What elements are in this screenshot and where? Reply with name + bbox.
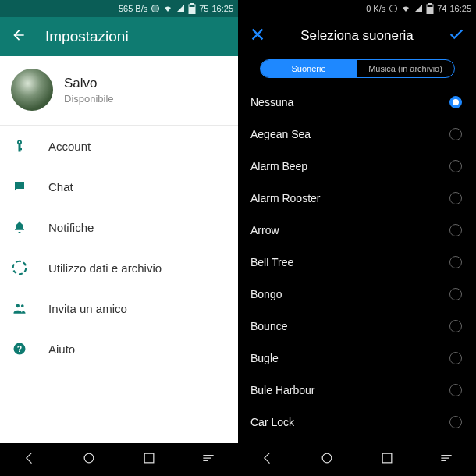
- nav-back-icon[interactable]: [22, 450, 37, 469]
- nav-menu-icon[interactable]: [201, 450, 216, 469]
- radio-button[interactable]: [449, 416, 462, 428]
- people-icon: [11, 300, 28, 317]
- ringtone-item[interactable]: Bongo: [238, 278, 476, 310]
- settings-item-help[interactable]: ? Aiuto: [0, 329, 238, 369]
- radio-button[interactable]: [449, 160, 462, 172]
- header-left: Impostazioni: [0, 17, 238, 56]
- radio-button[interactable]: [449, 320, 462, 332]
- ringtone-item[interactable]: Arrow: [238, 214, 476, 246]
- settings-item-chat[interactable]: Chat: [0, 166, 238, 207]
- battery-icon: [426, 3, 434, 14]
- settings-label: Invita un amico: [48, 302, 127, 315]
- help-icon: ?: [11, 340, 28, 357]
- key-icon: [11, 137, 28, 155]
- radio-button[interactable]: [449, 256, 462, 268]
- svg-rect-10: [427, 7, 433, 14]
- ringtone-label: Aegean Sea: [250, 128, 311, 140]
- data-icon: [11, 259, 28, 276]
- ringtone-item[interactable]: Car Lock: [238, 406, 476, 438]
- right-panel: 0 K/s 74 16:25 Seleziona suoneria Suoner…: [238, 0, 476, 476]
- svg-point-3: [16, 304, 20, 308]
- chat-icon: [11, 178, 28, 195]
- profile-row[interactable]: Salvo Disponibile: [0, 56, 238, 126]
- radio-button[interactable]: [449, 384, 462, 396]
- left-panel: 565 B/s 75 16:25 Impostazioni Salvo Disp…: [0, 0, 238, 476]
- avatar: [11, 69, 53, 111]
- bell-icon: [11, 218, 28, 236]
- settings-item-invite[interactable]: Invita un amico: [0, 288, 238, 329]
- settings-list: Account Chat Notifiche Utilizzo dati e a…: [0, 126, 238, 476]
- profile-text: Salvo Disponibile: [64, 76, 114, 105]
- tab-music[interactable]: Musica (in archivio): [357, 60, 454, 77]
- battery-pct: 74: [437, 4, 446, 13]
- svg-point-4: [21, 304, 24, 307]
- clock: 16:25: [211, 4, 233, 13]
- check-icon[interactable]: [448, 26, 465, 46]
- ringtone-label: Alarm Rooster: [250, 192, 320, 204]
- ringtone-item[interactable]: Bugle: [238, 342, 476, 374]
- ringtone-item[interactable]: Alarm Beep: [238, 150, 476, 182]
- radio-button[interactable]: [449, 192, 462, 204]
- svg-rect-1: [189, 7, 195, 14]
- ringtone-item[interactable]: Aegean Sea: [238, 118, 476, 150]
- nav-menu-icon[interactable]: [439, 450, 454, 469]
- ringtone-label: Bugle: [250, 352, 279, 364]
- settings-label: Account: [48, 140, 91, 153]
- navbar-right: [238, 443, 476, 476]
- ringtone-item[interactable]: Nessuna: [238, 86, 476, 118]
- ringtone-label: Bell Tree: [250, 256, 293, 268]
- ringtone-list[interactable]: NessunaAegean SeaAlarm BeepAlarm Rooster…: [238, 86, 476, 476]
- clock: 16:25: [449, 4, 471, 13]
- ringtone-label: Bounce: [250, 320, 287, 332]
- battery-icon: [188, 3, 196, 14]
- wifi-icon: [401, 4, 410, 13]
- radio-button[interactable]: [449, 288, 462, 300]
- nfc-icon: [389, 4, 398, 13]
- settings-label: Chat: [48, 180, 73, 194]
- svg-rect-8: [144, 453, 154, 463]
- svg-point-7: [85, 453, 94, 463]
- ringtone-label: Car Lock: [250, 416, 294, 428]
- page-title: Impostazioni: [45, 28, 129, 45]
- statusbar-right: 0 K/s 74 16:25: [238, 0, 476, 17]
- svg-rect-13: [382, 453, 392, 463]
- nav-recent-icon[interactable]: [379, 450, 395, 469]
- ringtone-item[interactable]: Bounce: [238, 310, 476, 342]
- radio-button[interactable]: [449, 224, 462, 236]
- nav-back-icon[interactable]: [260, 450, 275, 469]
- settings-label: Utilizzo dati e archivio: [48, 261, 162, 275]
- settings-item-notifications[interactable]: Notifiche: [0, 207, 238, 247]
- ringtone-label: Arrow: [250, 224, 279, 236]
- svg-rect-2: [190, 3, 194, 5]
- ringtone-label: Nessuna: [250, 96, 293, 108]
- tab-ringtones[interactable]: Suonerie: [261, 60, 357, 77]
- close-icon[interactable]: [249, 26, 266, 46]
- settings-item-account[interactable]: Account: [0, 126, 238, 166]
- settings-item-data[interactable]: Utilizzo dati e archivio: [0, 247, 238, 288]
- profile-status: Disponibile: [64, 93, 114, 105]
- tab-label: Suonerie: [291, 64, 325, 73]
- ringtone-item[interactable]: Bell Tree: [238, 246, 476, 278]
- battery-pct: 75: [199, 4, 208, 13]
- radio-button[interactable]: [449, 96, 462, 108]
- back-arrow-icon[interactable]: [11, 27, 27, 46]
- ringtone-label: Alarm Beep: [250, 160, 307, 172]
- nav-home-icon[interactable]: [81, 450, 97, 469]
- net-speed: 0 K/s: [366, 4, 385, 13]
- radio-button[interactable]: [449, 128, 462, 140]
- nfc-icon: [151, 4, 160, 13]
- nav-home-icon[interactable]: [319, 450, 335, 469]
- statusbar-left: 565 B/s 75 16:25: [0, 0, 238, 17]
- header-right: Seleziona suoneria: [238, 17, 476, 55]
- settings-label: Aiuto: [48, 343, 75, 356]
- svg-rect-11: [428, 3, 432, 5]
- ringtone-item[interactable]: Alarm Rooster: [238, 182, 476, 214]
- svg-point-12: [323, 453, 332, 463]
- ringtone-item[interactable]: Bule Harbour: [238, 374, 476, 406]
- ringtone-title: Seleziona suoneria: [300, 28, 414, 44]
- nav-recent-icon[interactable]: [141, 450, 157, 469]
- signal-icon: [176, 4, 185, 13]
- signal-icon: [414, 4, 423, 13]
- profile-name: Salvo: [64, 76, 114, 91]
- radio-button[interactable]: [449, 352, 462, 364]
